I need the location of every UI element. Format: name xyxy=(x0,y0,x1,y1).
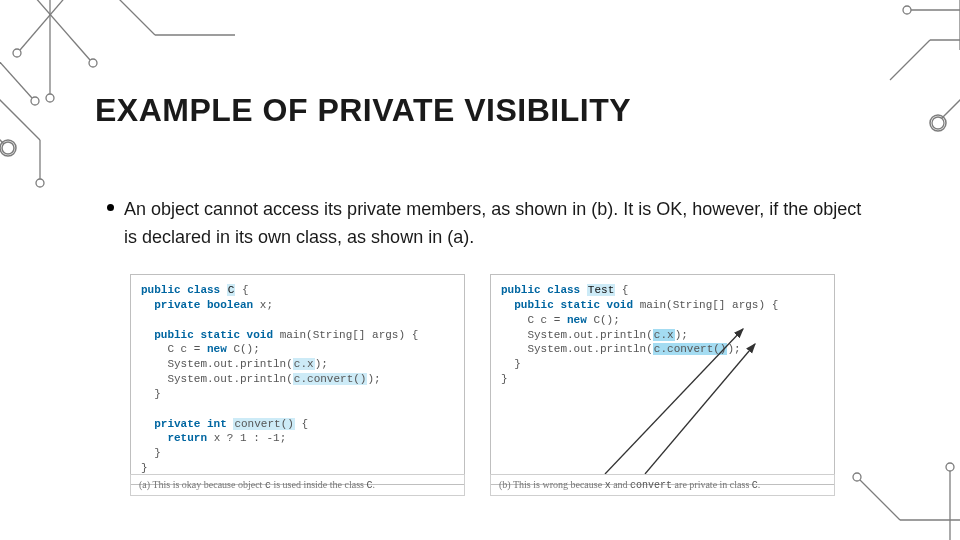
svg-line-25 xyxy=(860,480,900,520)
code-a-pre: public class C { private boolean x; publ… xyxy=(141,283,454,476)
svg-line-13 xyxy=(0,120,5,145)
svg-point-14 xyxy=(2,142,14,154)
bullet-item: An object cannot access its private memb… xyxy=(107,196,870,252)
caption-b: (b) This is wrong because x and convert … xyxy=(490,474,835,496)
bullet-text: An object cannot access its private memb… xyxy=(124,196,870,252)
svg-point-17 xyxy=(903,6,911,14)
svg-point-9 xyxy=(31,97,39,105)
svg-line-10 xyxy=(0,80,40,140)
caption-a: (a) This is okay because object c is use… xyxy=(130,474,465,496)
svg-point-15 xyxy=(0,140,16,156)
svg-line-6 xyxy=(100,0,155,35)
svg-line-0 xyxy=(20,0,90,60)
svg-line-20 xyxy=(940,80,960,120)
svg-point-12 xyxy=(36,179,44,187)
svg-point-1 xyxy=(89,59,97,67)
code-example-b: public class Test { public static void m… xyxy=(490,274,835,485)
code-b-pre: public class Test { public static void m… xyxy=(501,283,824,387)
svg-point-3 xyxy=(46,94,54,102)
svg-point-29 xyxy=(946,463,954,471)
svg-line-19 xyxy=(890,40,930,80)
svg-point-5 xyxy=(13,49,21,57)
svg-point-23 xyxy=(930,115,946,131)
svg-point-26 xyxy=(853,473,861,481)
code-example-a: public class C { private boolean x; publ… xyxy=(130,274,465,485)
svg-point-21 xyxy=(932,117,944,129)
svg-line-8 xyxy=(0,40,32,98)
svg-line-4 xyxy=(20,0,80,50)
slide-title: EXAMPLE OF PRIVATE VISIBILITY xyxy=(95,92,631,129)
bullet-dot-icon xyxy=(107,204,114,211)
